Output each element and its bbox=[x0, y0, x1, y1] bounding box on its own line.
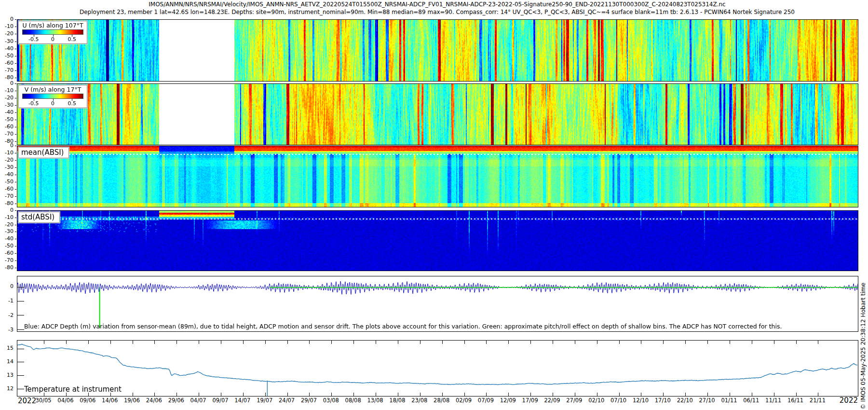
y-tick-mark bbox=[15, 246, 16, 246]
y-tick-label: -50 bbox=[5, 243, 14, 249]
panel-std-absi: std(ABSI) bbox=[17, 210, 858, 271]
y-tick-label: 0 bbox=[10, 143, 14, 149]
y-tick-label: -10 bbox=[5, 215, 14, 220]
temperature-label: Temperature at instrument bbox=[24, 385, 122, 394]
panel-temperature: Temperature at instrument bbox=[17, 340, 858, 396]
y-tick-label: -70 bbox=[5, 258, 14, 263]
y-tick-mark bbox=[15, 83, 16, 84]
y-tick-label: -30 bbox=[5, 102, 14, 108]
y-tick-label: -10 bbox=[5, 150, 14, 156]
x-tick-label: 07/09 bbox=[478, 397, 494, 404]
y-tick-mark bbox=[15, 41, 16, 42]
x-tick-label: 14/07 bbox=[234, 397, 250, 404]
v-velocity-y-axis: 0-10-20-30-40-50-60-70-80 bbox=[0, 83, 16, 144]
y-tick-label: -30 bbox=[5, 164, 14, 170]
y-tick-label: -10 bbox=[5, 88, 14, 94]
y-tick-mark bbox=[15, 27, 16, 27]
x-tick-label: 12/10 bbox=[633, 397, 649, 404]
y-tick-mark bbox=[15, 34, 16, 34]
y-tick-label: -50 bbox=[5, 117, 14, 123]
y-tick-mark bbox=[15, 253, 16, 254]
u-velocity-colorbar-legend: U (m/s) along 107°T -0.500.5 bbox=[18, 21, 87, 44]
y-tick-label: 12 bbox=[7, 386, 14, 392]
y-tick-label: -60 bbox=[5, 186, 14, 192]
y-tick-label: -2 bbox=[8, 313, 14, 318]
y-tick-mark bbox=[15, 127, 16, 127]
y-tick-mark bbox=[15, 167, 16, 168]
x-tick-label: 30/05 bbox=[35, 397, 51, 404]
y-tick-mark bbox=[15, 153, 16, 153]
year-label-left: 2022 bbox=[18, 396, 36, 405]
y-tick-mark bbox=[15, 225, 16, 225]
y-tick-label: -40 bbox=[5, 236, 14, 242]
y-tick-mark bbox=[15, 146, 16, 146]
imos-copyright-vertical-text: © IMOS 05-May-2025 20:38:12 Hobart time bbox=[860, 217, 867, 410]
v-velocity-colorbar-ticks: -0.500.5 bbox=[22, 99, 83, 107]
y-tick-label: -40 bbox=[5, 172, 14, 178]
y-tick-label: -20 bbox=[5, 222, 14, 228]
y-tick-label: -30 bbox=[5, 39, 14, 44]
mean-absi-heatmap bbox=[17, 146, 858, 207]
x-tick-label: 08/08 bbox=[345, 397, 361, 404]
y-tick-label: -10 bbox=[5, 24, 14, 29]
u-velocity-colorbar-gradient bbox=[22, 29, 83, 35]
y-tick-label: -1 bbox=[8, 298, 14, 304]
y-tick-label: -40 bbox=[5, 109, 14, 115]
y-tick-mark bbox=[15, 268, 16, 268]
x-tick-label: 27/10 bbox=[699, 397, 715, 404]
y-tick-mark bbox=[15, 141, 16, 142]
x-tick-label: 24/07 bbox=[279, 397, 295, 404]
y-tick-label: -70 bbox=[5, 68, 14, 73]
y-tick-mark bbox=[15, 78, 16, 78]
temperature-line-plot bbox=[17, 341, 858, 396]
x-tick-label: 11/11 bbox=[765, 397, 781, 404]
y-tick-mark bbox=[15, 239, 16, 239]
panel-v-velocity: V (m/s) along 17°T -0.500.5 bbox=[17, 83, 858, 145]
y-tick-label: 0 bbox=[10, 16, 14, 22]
y-tick-mark bbox=[15, 120, 16, 120]
x-tick-label: 04/07 bbox=[190, 397, 206, 404]
colorbar-tick-label: 0 bbox=[51, 100, 54, 107]
x-tick-label: 03/08 bbox=[323, 397, 339, 404]
y-tick-mark bbox=[15, 98, 16, 98]
y-tick-label: 0 bbox=[10, 207, 14, 213]
y-tick-mark bbox=[15, 19, 16, 20]
x-tick-label: 22/09 bbox=[544, 397, 560, 404]
y-tick-label: 15 bbox=[7, 345, 14, 351]
panel-mean-absi: mean(ABSI) bbox=[17, 146, 858, 207]
x-tick-label: 21/11 bbox=[810, 397, 826, 404]
x-tick-label: 17/09 bbox=[522, 397, 538, 404]
y-tick-label: -80 bbox=[5, 265, 14, 271]
year-label-right: 2022 bbox=[840, 396, 858, 405]
y-tick-label: -20 bbox=[5, 31, 14, 37]
y-tick-label: -60 bbox=[5, 60, 14, 66]
y-tick-mark bbox=[15, 70, 16, 71]
colorbar-tick-label: 0.5 bbox=[68, 36, 76, 42]
x-tick-label: 12/09 bbox=[500, 397, 516, 404]
adcp-summary-figure: IMOS/ANMN/NRS/NRSMAI/Velocity/IMOS_ANMN-… bbox=[0, 0, 868, 410]
x-tick-label: 06/11 bbox=[743, 397, 759, 404]
y-tick-label: -50 bbox=[5, 179, 14, 185]
y-tick-label: -70 bbox=[5, 193, 14, 199]
figure-title-filename: IMOS/ANMN/NRS/NRSMAI/Velocity/IMOS_ANMN-… bbox=[17, 1, 857, 8]
y-tick-mark bbox=[15, 175, 16, 175]
y-tick-label: -3 bbox=[8, 327, 14, 333]
x-tick-label: 19/06 bbox=[124, 397, 140, 404]
y-tick-label: -80 bbox=[5, 201, 14, 206]
y-tick-label: -20 bbox=[5, 95, 14, 101]
x-tick-label: 29/07 bbox=[301, 397, 317, 404]
u-velocity-y-axis: 0-10-20-30-40-50-60-70-80 bbox=[0, 19, 16, 81]
y-tick-label: -40 bbox=[5, 46, 14, 52]
y-tick-mark bbox=[15, 189, 16, 190]
x-tick-label: 22/10 bbox=[677, 397, 693, 404]
x-tick-label: 09/06 bbox=[80, 397, 95, 404]
x-tick-label: 27/09 bbox=[566, 397, 582, 404]
y-tick-mark bbox=[15, 260, 16, 261]
std-absi-y-axis: 0-10-20-30-40-50-60-70-80 bbox=[0, 210, 16, 270]
x-tick-label: 23/08 bbox=[411, 397, 427, 404]
v-velocity-legend-title: V (m/s) along 17°T bbox=[21, 86, 85, 94]
v-velocity-heatmap bbox=[17, 84, 858, 145]
y-tick-label: -70 bbox=[5, 131, 14, 137]
x-tick-label: 18/08 bbox=[389, 397, 405, 404]
colorbar-tick-label: -0.5 bbox=[28, 36, 39, 42]
